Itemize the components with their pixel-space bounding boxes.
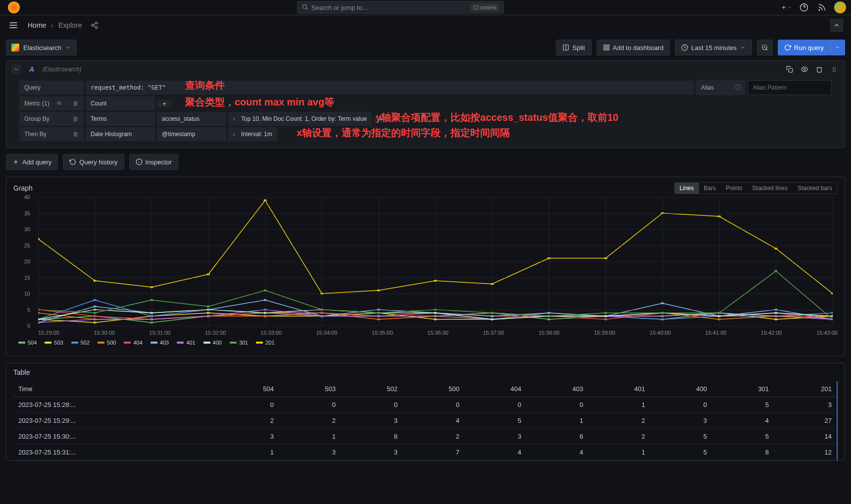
table-column-header[interactable]: 301	[712, 381, 774, 397]
x-tick: 15:29:00	[38, 330, 59, 336]
table-cell: 4	[712, 413, 774, 429]
table-cell: 2023-07-25 15:31:...	[13, 445, 217, 460]
table-cell: 0	[650, 397, 712, 413]
y-tick: 35	[24, 210, 30, 216]
table-column-header[interactable]: 403	[526, 381, 588, 397]
table-cell: 1	[217, 445, 279, 460]
viz-option-stacked-lines[interactable]: Stacked lines	[748, 183, 793, 194]
add-icon[interactable]	[781, 2, 792, 13]
table-column-header[interactable]: 502	[341, 381, 402, 397]
trash-icon[interactable]: 🗑	[73, 115, 79, 122]
news-icon[interactable]	[816, 2, 827, 13]
query-badge[interactable]: A	[26, 65, 37, 73]
query-header: A (Elasticsearch)	[6, 61, 845, 78]
table-row[interactable]: 2023-07-25 15:30:...31823625514	[13, 429, 837, 445]
table-row[interactable]: 2023-07-25 15:31:...13374415812	[13, 445, 837, 460]
legend-item[interactable]: 404	[124, 340, 142, 346]
trash-icon[interactable]: 🗑	[73, 100, 79, 107]
chart-area[interactable]: 0510152025303540 15:29:0015:30:0015:31:0…	[13, 197, 838, 351]
table-column-header[interactable]: 503	[279, 381, 341, 397]
legend-label: 301	[239, 340, 248, 346]
table-column-header[interactable]: 500	[402, 381, 464, 397]
legend-swatch	[45, 342, 51, 344]
zoom-out-button[interactable]	[757, 40, 773, 55]
x-tick: 15:37:00	[483, 330, 504, 336]
drag-handle-icon[interactable]	[829, 64, 840, 75]
groupby-field[interactable]: access_status	[157, 112, 226, 126]
viz-option-stacked-bars[interactable]: Stacked bars	[793, 183, 837, 194]
table-cell: 2	[402, 429, 464, 445]
legend-item[interactable]: 201	[256, 340, 274, 346]
query-collapse-toggle[interactable]	[11, 64, 21, 74]
groupby-type[interactable]: Terms	[86, 112, 155, 126]
svg-point-12	[92, 24, 94, 26]
legend-item[interactable]: 500	[98, 340, 116, 346]
y-tick: 20	[24, 258, 30, 264]
info-icon[interactable]: ⓘ	[735, 83, 741, 92]
legend-item[interactable]: 504	[18, 340, 37, 346]
help-icon[interactable]	[799, 2, 809, 13]
table-row[interactable]: 2023-07-25 15:28:...0000001053	[13, 397, 837, 413]
time-range-picker[interactable]: Last 15 minutes	[675, 40, 752, 55]
table-column-header[interactable]: Time	[13, 381, 217, 397]
alias-input[interactable]	[748, 80, 832, 95]
legend-item[interactable]: 400	[203, 340, 222, 346]
viz-option-lines[interactable]: Lines	[675, 183, 699, 194]
table-cell: 0	[341, 397, 402, 413]
copy-query-icon[interactable]	[784, 64, 795, 75]
add-to-dashboard-button[interactable]: Add to dashboard	[597, 40, 670, 55]
chart-plot[interactable]	[38, 197, 833, 326]
query-input[interactable]: request_method: "GET"	[86, 81, 694, 95]
table-column-header[interactable]: 400	[650, 381, 712, 397]
trash-icon[interactable]: 🗑	[73, 131, 79, 138]
add-query-button[interactable]: Add query	[6, 154, 58, 170]
table-column-header[interactable]: 201	[774, 381, 837, 397]
legend-swatch	[177, 342, 184, 344]
viz-option-points[interactable]: Points	[721, 183, 747, 194]
run-query-dropdown[interactable]	[830, 40, 845, 55]
share-icon[interactable]	[89, 20, 100, 31]
table-column-header[interactable]: 504	[217, 381, 279, 397]
toggle-query-visibility-icon[interactable]	[799, 64, 810, 75]
table-cell: 12	[774, 445, 837, 460]
inspector-button[interactable]: Inspector	[129, 154, 178, 170]
menu-icon[interactable]	[8, 20, 19, 31]
datasource-picker[interactable]: Elasticsearch	[6, 40, 77, 55]
legend-item[interactable]: 401	[177, 340, 195, 346]
table-column-header[interactable]: 401	[588, 381, 650, 397]
legend-item[interactable]: 503	[45, 340, 63, 346]
viz-option-bars[interactable]: Bars	[699, 183, 721, 194]
legend-item[interactable]: 403	[150, 340, 169, 346]
run-query-button[interactable]: Run query	[778, 40, 830, 55]
x-tick: 15:40:00	[650, 330, 671, 336]
thenby-options[interactable]: ›Interval: 1m	[228, 127, 277, 141]
table-cell: 0	[279, 397, 341, 413]
breadcrumb-current[interactable]: Explore	[58, 21, 82, 29]
svg-point-31	[835, 69, 836, 70]
delete-query-icon[interactable]	[814, 64, 825, 75]
add-metric-button[interactable]: +	[157, 100, 172, 107]
thenby-type[interactable]: Date Histogram	[86, 127, 155, 141]
eye-icon[interactable]: 👁	[56, 100, 62, 107]
thenby-field[interactable]: @timestamp	[157, 127, 226, 141]
table-row[interactable]: 2023-07-25 15:29:...22345123427	[13, 413, 837, 429]
search-input[interactable]: Search or jump to... cmd+k	[297, 1, 504, 14]
legend-item[interactable]: 301	[230, 340, 248, 346]
table-cell: 3	[217, 429, 279, 445]
groupby-options[interactable]: ›Top 10, Min Doc Count: 1, Order by: Ter…	[228, 112, 372, 126]
table-column-header[interactable]: 404	[464, 381, 526, 397]
metric-type[interactable]: Count	[86, 97, 155, 110]
grafana-logo[interactable]	[8, 1, 20, 13]
legend-item[interactable]: 502	[71, 340, 90, 346]
y-tick: 30	[24, 226, 30, 232]
y-tick: 5	[27, 307, 30, 313]
table-cell: 1	[526, 413, 588, 429]
split-button[interactable]: Split	[556, 40, 591, 55]
data-table: Time504503502500404403401400301201 2023-…	[13, 381, 838, 460]
breadcrumb-home[interactable]: Home	[28, 21, 46, 29]
table-cell: 2	[217, 413, 279, 429]
explore-toolbar: Elasticsearch Split Add to dashboard Las…	[6, 40, 845, 55]
collapse-button[interactable]	[830, 19, 843, 32]
query-history-button[interactable]: Query history	[63, 154, 124, 170]
avatar[interactable]	[834, 1, 846, 13]
